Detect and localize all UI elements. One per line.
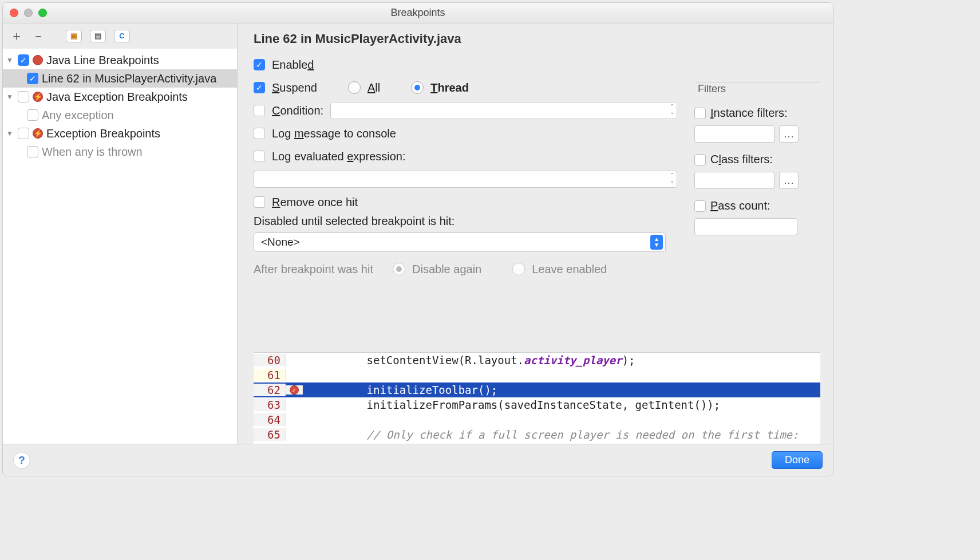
breakpoints-left-panel: ＋ － ▣ ▤ C ▼ ✓ Java Line Breakpoints ✓ Li… <box>3 23 238 444</box>
minimize-window-button[interactable] <box>24 9 33 17</box>
pass-count-label: Pass count: <box>710 199 770 212</box>
enabled-label: Enabled <box>272 58 314 72</box>
leave-enabled-label: Leave enabled <box>532 263 607 276</box>
tree-item-label: Any exception <box>42 109 114 122</box>
disabled-until-label: Disabled until selected breakpoint is hi… <box>254 215 677 228</box>
tree-group-label: Java Line Breakpoints <box>46 54 159 67</box>
line-number: 61 <box>254 369 286 381</box>
line-breakpoint-icon <box>33 55 43 65</box>
condition-label: Condition: <box>272 104 323 117</box>
breakpoints-tree[interactable]: ▼ ✓ Java Line Breakpoints ✓ Line 62 in M… <box>3 49 237 444</box>
log-expr-checkbox[interactable] <box>254 151 265 162</box>
instance-filters-field[interactable] <box>694 125 774 143</box>
group-by-file-toggle[interactable]: ▤ <box>90 30 106 42</box>
tree-item-line62[interactable]: ✓ Line 62 in MusicPlayerActivity.java <box>3 69 237 88</box>
breakpoint-gutter-icon[interactable]: ✓ <box>290 385 299 395</box>
done-button[interactable]: Done <box>772 451 823 469</box>
tree-group-java-exception[interactable]: ▼ ⚡ Java Exception Breakpoints <box>3 88 237 106</box>
class-filters-field[interactable] <box>694 172 774 189</box>
exception-breakpoint-icon: ⚡ <box>33 128 43 139</box>
add-breakpoint-button[interactable]: ＋ <box>10 29 23 43</box>
breakpoints-dialog: Breakpoints ＋ － ▣ ▤ C ▼ ✓ Java Line Brea… <box>2 2 833 476</box>
tree-group-label: Java Exception Breakpoints <box>46 90 188 104</box>
code-line: // Only check if a full screen player is… <box>303 428 820 441</box>
group-checkbox[interactable]: ✓ <box>18 54 29 66</box>
group-by-class-toggle[interactable]: C <box>114 30 130 42</box>
enabled-checkbox[interactable]: ✓ <box>254 59 265 70</box>
code-preview: 60 setContentView(R.layout.activity_play… <box>254 352 820 444</box>
after-hit-label: After breakpoint was hit <box>254 263 373 276</box>
chevron-down-icon[interactable]: ▼ <box>6 129 14 137</box>
maximize-window-button[interactable] <box>38 9 47 17</box>
tree-item-any-exception[interactable]: Any exception <box>3 106 237 124</box>
pass-count-field[interactable] <box>694 218 797 235</box>
close-window-button[interactable] <box>10 9 18 17</box>
tree-item-label: When any is thrown <box>42 145 143 159</box>
disable-again-radio[interactable] <box>393 263 405 275</box>
breakpoint-checkbox[interactable]: ✓ <box>27 73 38 84</box>
class-filters-checkbox[interactable] <box>694 154 706 165</box>
code-line: initializeToolbar(); <box>303 384 820 396</box>
class-filters-label: Class filters: <box>710 153 773 166</box>
combo-arrows-icon: ▲▼ <box>650 235 663 250</box>
line-number: 65 <box>254 428 286 441</box>
filters-section: Filters Instance filters: … Class filter… <box>694 82 820 235</box>
suspend-label: Suspend <box>272 81 317 94</box>
code-line: setContentView(R.layout.activity_player)… <box>303 354 820 366</box>
leave-enabled-radio[interactable] <box>512 263 525 275</box>
remove-once-checkbox[interactable] <box>254 196 265 208</box>
line-number: 64 <box>254 413 286 426</box>
detail-heading: Line 62 in MusicPlayerActivity.java <box>254 31 820 46</box>
filters-section-label: Filters <box>694 83 729 94</box>
group-checkbox[interactable] <box>18 128 29 139</box>
suspend-all-label: All <box>368 81 380 94</box>
breakpoint-checkbox[interactable] <box>27 146 38 157</box>
condition-field[interactable] <box>330 102 677 119</box>
breakpoint-detail-panel: Line 62 in MusicPlayerActivity.java ✓ En… <box>238 23 833 444</box>
class-filters-browse-button[interactable]: … <box>779 172 799 189</box>
tree-group-exception[interactable]: ▼ ⚡ Exception Breakpoints <box>3 124 237 143</box>
gutter-marker: ✓ <box>286 385 303 395</box>
log-expr-label: Log evaluated expression: <box>272 150 406 163</box>
suspend-all-radio[interactable] <box>348 81 361 94</box>
dialog-footer: ? Done <box>3 444 833 476</box>
log-message-checkbox[interactable] <box>254 128 265 139</box>
line-number: 60 <box>254 354 286 366</box>
line-number: 62 <box>254 384 286 396</box>
log-message-label: Log message to console <box>272 127 396 140</box>
group-by-package-toggle[interactable]: ▣ <box>66 30 82 42</box>
remove-breakpoint-button[interactable]: － <box>31 29 45 43</box>
log-expr-field[interactable] <box>254 171 677 188</box>
instance-filters-checkbox[interactable] <box>694 108 706 119</box>
combo-value: <None> <box>261 236 300 249</box>
help-button[interactable]: ? <box>13 452 30 469</box>
group-checkbox[interactable] <box>18 91 29 102</box>
exception-breakpoint-icon: ⚡ <box>33 92 43 102</box>
tree-group-java-line[interactable]: ▼ ✓ Java Line Breakpoints <box>3 51 237 69</box>
titlebar: Breakpoints <box>3 3 833 23</box>
window-title: Breakpoints <box>3 7 833 19</box>
tree-item-when-thrown[interactable]: When any is thrown <box>3 143 237 161</box>
suspend-thread-radio[interactable] <box>411 81 424 94</box>
instance-filters-browse-button[interactable]: … <box>779 125 799 143</box>
left-toolbar: ＋ － ▣ ▤ C <box>3 23 237 49</box>
condition-checkbox[interactable] <box>254 105 265 116</box>
disabled-until-combo[interactable]: <None> ▲▼ <box>254 232 666 252</box>
disable-again-label: Disable again <box>412 263 481 276</box>
chevron-down-icon[interactable]: ▼ <box>6 93 14 101</box>
tree-item-label: Line 62 in MusicPlayerActivity.java <box>42 72 216 85</box>
pass-count-checkbox[interactable] <box>694 200 706 212</box>
breakpoint-checkbox[interactable] <box>27 109 38 121</box>
instance-filters-label: Instance filters: <box>710 107 788 120</box>
chevron-down-icon[interactable]: ▼ <box>6 56 14 64</box>
remove-once-label: Remove once hit <box>272 196 358 209</box>
suspend-thread-label: Thread <box>430 81 469 94</box>
suspend-checkbox[interactable]: ✓ <box>254 82 265 93</box>
code-line: initializeFromParams(savedInstanceState,… <box>303 399 820 411</box>
line-number: 63 <box>254 399 286 411</box>
tree-group-label: Exception Breakpoints <box>46 127 160 140</box>
